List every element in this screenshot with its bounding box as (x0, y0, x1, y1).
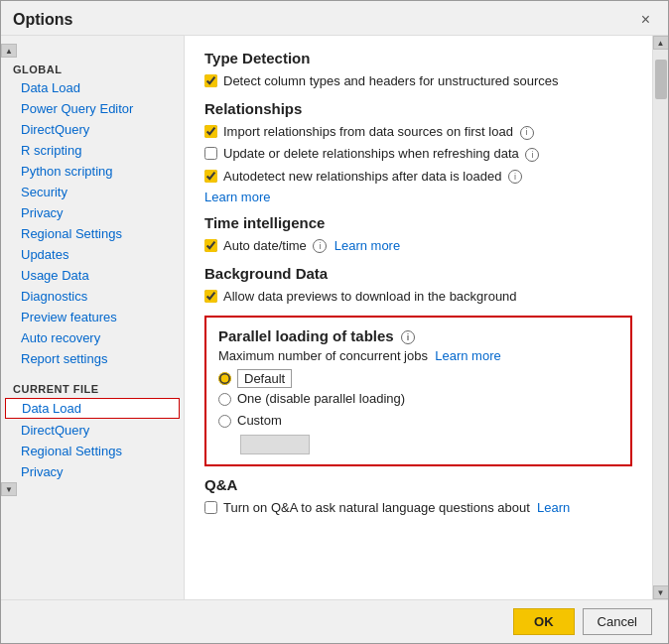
radio-custom-label: Custom (237, 412, 282, 430)
sidebar-item-report-settings[interactable]: Report settings (1, 348, 184, 369)
dialog-title: Options (13, 11, 72, 29)
scroll-down-arrow[interactable]: ▼ (653, 585, 669, 599)
allow-previews-row: Allow data previews to download in the b… (204, 288, 632, 306)
detect-column-checkbox[interactable] (204, 74, 217, 87)
main-scrollbar[interactable]: ▲ ▼ (652, 36, 668, 599)
sidebar-item-current-regional-settings[interactable]: Regional Settings (1, 441, 184, 461)
sidebar-item-diagnostics[interactable]: Diagnostics (1, 286, 184, 307)
options-dialog: Options × ▲ GLOBAL Data Load Power Query… (0, 0, 669, 644)
qa-learn-link[interactable]: Learn (537, 500, 570, 515)
main-content: Type Detection Detect column types and h… (185, 36, 652, 599)
allow-previews-label: Allow data previews to download in the b… (223, 288, 517, 306)
parallel-loading-learn-more-link[interactable]: Learn more (435, 348, 500, 363)
qa-title: Q&A (204, 476, 632, 493)
dialog-body: ▲ GLOBAL Data Load Power Query Editor Di… (1, 36, 668, 599)
radio-default-label: Default (237, 371, 292, 386)
relationships-learn-more-row: Learn more (204, 190, 632, 204)
parallel-loading-title: Parallel loading of tables i (218, 327, 618, 344)
autodetect-rel-row: Autodetect new relationships after data … (204, 168, 632, 186)
relationships-learn-more-link[interactable]: Learn more (204, 190, 270, 204)
current-file-section-label: CURRENT FILE (1, 377, 184, 397)
scroll-track[interactable] (653, 50, 668, 585)
sidebar-item-privacy[interactable]: Privacy (1, 202, 184, 223)
update-rel-checkbox[interactable] (204, 147, 217, 160)
parallel-loading-subtitle: Maximum number of concurrent jobs Learn … (218, 348, 618, 363)
import-rel-checkbox[interactable] (204, 125, 217, 138)
scroll-up-arrow[interactable]: ▲ (653, 36, 669, 50)
sidebar-item-auto-recovery[interactable]: Auto recovery (1, 327, 184, 348)
sidebar-item-usage-data[interactable]: Usage Data (1, 265, 184, 286)
import-rel-label: Import relationships from data sources o… (223, 123, 534, 141)
sidebar-item-regional-settings[interactable]: Regional Settings (1, 223, 184, 244)
autodetect-rel-info-icon: i (508, 170, 522, 184)
auto-datetime-info-icon: i (313, 239, 327, 253)
parallel-loading-box: Parallel loading of tables i Maximum num… (204, 316, 632, 465)
sidebar-item-security[interactable]: Security (1, 182, 184, 202)
sidebar-divider (1, 369, 184, 377)
sidebar-item-python-scripting[interactable]: Python scripting (1, 161, 184, 182)
close-button[interactable]: × (635, 9, 656, 31)
qa-checkbox[interactable] (204, 501, 217, 514)
sidebar-scroll-up-arrow[interactable]: ▲ (1, 44, 17, 58)
import-rel-info-icon: i (520, 126, 534, 140)
qa-checkbox-row: Turn on Q&A to ask natural language ques… (204, 499, 632, 517)
type-detection-title: Type Detection (204, 50, 632, 66)
detect-column-row: Detect column types and headers for unst… (204, 72, 632, 90)
sidebar-scroll-down-arrow[interactable]: ▼ (1, 482, 17, 496)
sidebar-item-direct-query[interactable]: DirectQuery (1, 119, 184, 140)
global-section-label: GLOBAL (1, 58, 184, 77)
radio-default[interactable] (218, 372, 231, 385)
import-rel-row: Import relationships from data sources o… (204, 123, 632, 141)
time-intelligence-title: Time intelligence (204, 214, 632, 231)
time-intelligence-learn-more-link[interactable]: Learn more (334, 238, 400, 253)
sidebar-item-r-scripting[interactable]: R scripting (1, 140, 184, 161)
update-rel-info-icon: i (525, 148, 539, 162)
autodetect-rel-label: Autodetect new relationships after data … (223, 168, 522, 186)
cancel-button[interactable]: Cancel (583, 608, 652, 635)
dialog-footer: OK Cancel (1, 599, 668, 643)
radio-one[interactable] (218, 393, 231, 406)
autodetect-rel-checkbox[interactable] (204, 170, 217, 183)
qa-label: Turn on Q&A to ask natural language ques… (223, 499, 570, 517)
auto-datetime-checkbox[interactable] (204, 239, 217, 252)
relationships-title: Relationships (204, 100, 632, 117)
radio-one-label: One (disable parallel loading) (237, 390, 405, 408)
sidebar-item-data-load[interactable]: Data Load (1, 77, 184, 98)
radio-one-row: One (disable parallel loading) (218, 390, 618, 408)
scroll-thumb[interactable] (655, 60, 667, 99)
dialog-titlebar: Options × (1, 1, 668, 36)
sidebar-item-current-privacy[interactable]: Privacy (1, 461, 184, 482)
background-data-title: Background Data (204, 265, 632, 282)
sidebar-item-preview-features[interactable]: Preview features (1, 307, 184, 327)
sidebar-item-updates[interactable]: Updates (1, 244, 184, 265)
auto-datetime-label: Auto date/time i Learn more (223, 237, 400, 255)
detect-column-label: Detect column types and headers for unst… (223, 72, 558, 90)
auto-datetime-row: Auto date/time i Learn more (204, 237, 632, 255)
update-rel-label: Update or delete relationships when refr… (223, 145, 539, 163)
allow-previews-checkbox[interactable] (204, 290, 217, 303)
custom-input-box[interactable] (240, 435, 310, 454)
radio-custom[interactable] (218, 415, 231, 428)
sidebar-item-current-data-load[interactable]: Data Load (5, 398, 180, 419)
sidebar: ▲ GLOBAL Data Load Power Query Editor Di… (1, 36, 185, 599)
radio-default-row: Default (218, 371, 618, 386)
qa-section: Q&A Turn on Q&A to ask natural language … (204, 476, 632, 517)
parallel-loading-info-icon: i (401, 330, 415, 344)
radio-custom-row: Custom (218, 412, 618, 430)
sidebar-item-power-query-editor[interactable]: Power Query Editor (1, 98, 184, 119)
update-rel-row: Update or delete relationships when refr… (204, 145, 632, 163)
sidebar-item-current-direct-query[interactable]: DirectQuery (1, 420, 184, 441)
ok-button[interactable]: OK (513, 608, 575, 635)
